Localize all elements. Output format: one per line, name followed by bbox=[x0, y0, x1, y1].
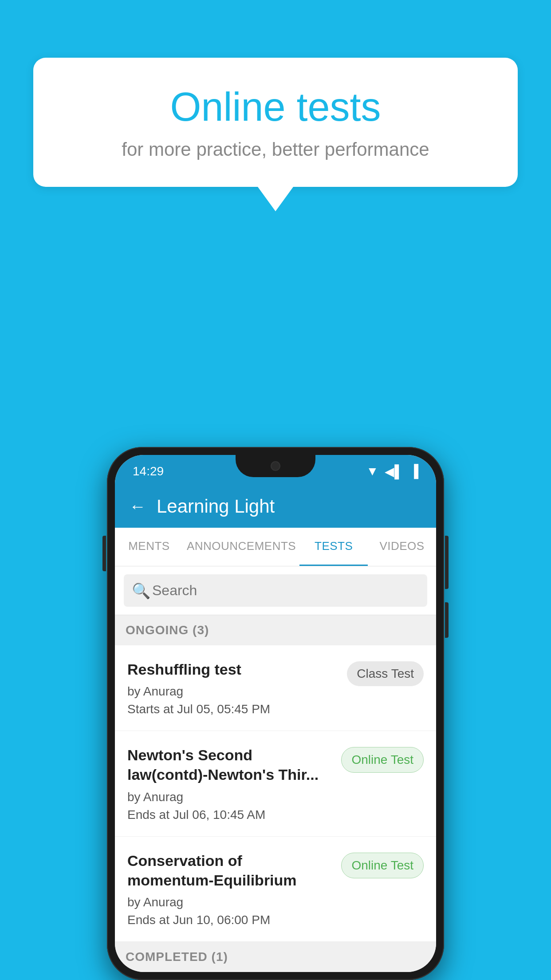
test-author: by Anurag bbox=[127, 790, 332, 804]
test-item-content: Newton's Second law(contd)-Newton's Thir… bbox=[127, 745, 341, 822]
online-tests-title: Online tests bbox=[69, 84, 482, 130]
ongoing-section-header: ONGOING (3) bbox=[115, 615, 436, 645]
tabs-container: MENTS ANNOUNCEMENTS TESTS VIDEOS bbox=[115, 528, 436, 566]
test-item[interactable]: Newton's Second law(contd)-Newton's Thir… bbox=[115, 731, 436, 836]
status-icons: ▼ ◀▌ ▐ bbox=[366, 464, 418, 479]
speech-bubble: Online tests for more practice, better p… bbox=[33, 58, 518, 187]
test-date: Starts at Jul 05, 05:45 PM bbox=[127, 702, 338, 716]
volume-down-button bbox=[445, 602, 449, 638]
test-title: Reshuffling test bbox=[127, 660, 338, 679]
test-author: by Anurag bbox=[127, 895, 332, 909]
volume-button bbox=[102, 536, 106, 571]
battery-icon: ▐ bbox=[409, 464, 418, 478]
search-input[interactable] bbox=[124, 574, 427, 607]
test-list: Reshuffling test by Anurag Starts at Jul… bbox=[115, 645, 436, 942]
front-camera bbox=[271, 461, 280, 471]
search-container: 🔍 bbox=[115, 566, 436, 615]
test-item-content: Reshuffling test by Anurag Starts at Jul… bbox=[127, 660, 347, 716]
speech-bubble-arrow bbox=[258, 187, 293, 211]
app-header: ← Learning Light bbox=[115, 485, 436, 528]
test-item[interactable]: Conservation of momentum-Equilibrium by … bbox=[115, 837, 436, 942]
app-title: Learning Light bbox=[157, 496, 275, 517]
test-badge-class: Class Test bbox=[347, 661, 424, 686]
phone-inner: 14:29 ▼ ◀▌ ▐ ← Learning Light MENTS bbox=[115, 455, 436, 972]
completed-section-header: COMPLETED (1) bbox=[115, 942, 436, 972]
test-item[interactable]: Reshuffling test by Anurag Starts at Jul… bbox=[115, 645, 436, 731]
power-button bbox=[445, 536, 449, 589]
tab-ments[interactable]: MENTS bbox=[115, 528, 183, 566]
test-date: Ends at Jul 06, 10:45 AM bbox=[127, 808, 332, 822]
test-item-content: Conservation of momentum-Equilibrium by … bbox=[127, 851, 341, 927]
speech-bubble-container: Online tests for more practice, better p… bbox=[33, 58, 518, 211]
phone-wrapper: 14:29 ▼ ◀▌ ▐ ← Learning Light MENTS bbox=[107, 447, 444, 980]
test-date: Ends at Jun 10, 06:00 PM bbox=[127, 913, 332, 927]
test-badge-online: Online Test bbox=[341, 853, 424, 878]
phone-outer: 14:29 ▼ ◀▌ ▐ ← Learning Light MENTS bbox=[107, 447, 444, 980]
test-title: Newton's Second law(contd)-Newton's Thir… bbox=[127, 745, 332, 784]
test-title: Conservation of momentum-Equilibrium bbox=[127, 851, 332, 890]
back-button[interactable]: ← bbox=[129, 497, 146, 516]
search-icon: 🔍 bbox=[132, 582, 150, 600]
tab-announcements[interactable]: ANNOUNCEMENTS bbox=[183, 528, 299, 566]
search-wrapper: 🔍 bbox=[124, 574, 427, 607]
tab-tests[interactable]: TESTS bbox=[299, 528, 368, 566]
status-time: 14:29 bbox=[133, 464, 164, 478]
phone-body: 14:29 ▼ ◀▌ ▐ ← Learning Light MENTS bbox=[107, 447, 444, 980]
online-tests-subtitle: for more practice, better performance bbox=[69, 139, 482, 160]
signal-icon: ◀▌ bbox=[385, 464, 403, 479]
test-badge-online: Online Test bbox=[341, 747, 424, 773]
test-author: by Anurag bbox=[127, 684, 338, 699]
phone-notch bbox=[236, 455, 315, 477]
wifi-icon: ▼ bbox=[366, 464, 379, 478]
tab-videos[interactable]: VIDEOS bbox=[368, 528, 436, 566]
